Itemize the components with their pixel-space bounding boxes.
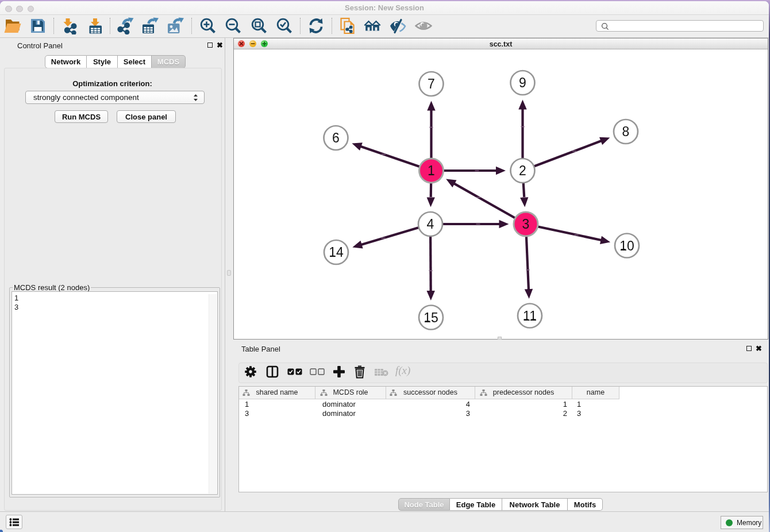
svg-text:9: 9 [519, 75, 526, 90]
svg-text:3: 3 [522, 217, 530, 232]
svg-text:15: 15 [424, 310, 438, 325]
svg-text:6: 6 [332, 130, 340, 145]
svg-text:1: 1 [428, 163, 435, 178]
svg-text:11: 11 [523, 309, 537, 323]
svg-text:10: 10 [619, 238, 634, 253]
svg-text:2: 2 [519, 163, 526, 178]
svg-text:7: 7 [428, 76, 435, 91]
svg-text:14: 14 [329, 245, 344, 260]
svg-text:8: 8 [622, 124, 630, 139]
svg-text:4: 4 [427, 217, 434, 232]
